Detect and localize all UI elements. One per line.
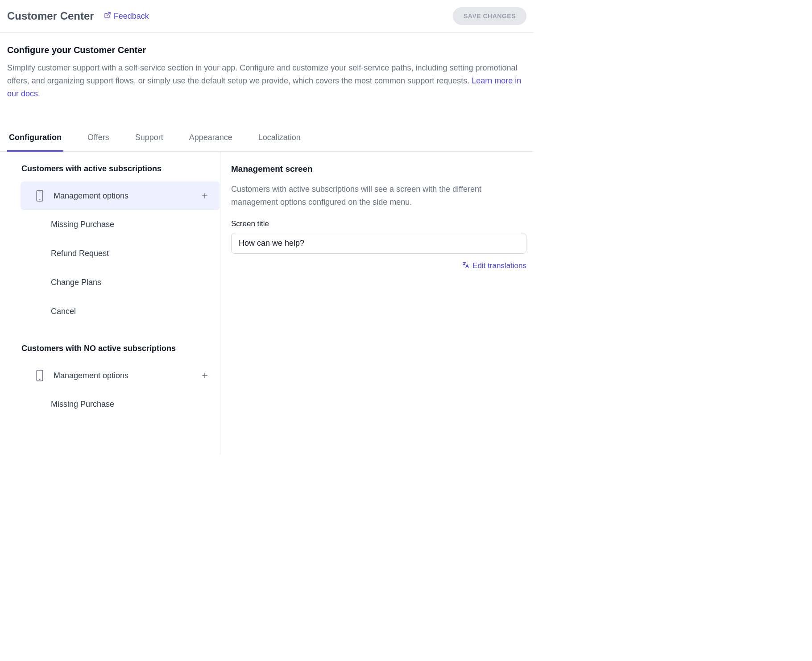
screen-title-input[interactable] (231, 233, 526, 254)
header-bar: Customer Center Feedback SAVE CHANGES (0, 0, 534, 33)
intro-section: Configure your Customer Center Simplify … (0, 33, 534, 111)
intro-text: Simplify customer support with a self-se… (7, 62, 526, 100)
tab-offers[interactable]: Offers (86, 127, 111, 152)
save-changes-button[interactable]: SAVE CHANGES (453, 7, 526, 25)
sidebar-group-active: Customers with active subscriptions Mana… (7, 164, 220, 326)
tab-support[interactable]: Support (133, 127, 165, 152)
svg-line-0 (107, 12, 110, 16)
tab-localization[interactable]: Localization (257, 127, 302, 152)
external-link-icon (104, 12, 111, 21)
intro-text-body: Simplify customer support with a self-se… (7, 63, 518, 85)
sidebar-subitem-change-plans[interactable]: Change Plans (7, 268, 220, 297)
sidebar-subitem-missing-purchase-2[interactable]: Missing Purchase (7, 390, 220, 419)
content-area: Customers with active subscriptions Mana… (0, 152, 534, 454)
sidebar-item-management-options-inactive[interactable]: Management options (21, 361, 220, 390)
sidebar-group-inactive: Customers with NO active subscriptions M… (7, 344, 220, 419)
sidebar-subitem-refund-request[interactable]: Refund Request (7, 239, 220, 268)
sidebar-item-management-options-active[interactable]: Management options (21, 182, 220, 210)
feedback-label: Feedback (114, 12, 149, 21)
edit-translations-link[interactable]: Edit translations (231, 261, 526, 271)
tab-appearance[interactable]: Appearance (187, 127, 234, 152)
sidebar-section-title: Customers with NO active subscriptions (7, 344, 220, 361)
sidebar: Customers with active subscriptions Mana… (7, 152, 220, 454)
intro-heading: Configure your Customer Center (7, 45, 526, 55)
sidebar-subitem-missing-purchase[interactable]: Missing Purchase (7, 210, 220, 239)
detail-heading: Management screen (231, 164, 526, 174)
sidebar-item-label: Management options (54, 371, 200, 380)
page-title: Customer Center (7, 10, 94, 22)
add-option-button[interactable] (200, 371, 209, 380)
edit-translations-label: Edit translations (472, 261, 526, 270)
header-left: Customer Center Feedback (7, 10, 149, 22)
phone-icon (34, 190, 46, 202)
detail-description: Customers with active subscriptions will… (231, 183, 526, 209)
tab-configuration[interactable]: Configuration (7, 127, 63, 152)
feedback-link[interactable]: Feedback (104, 12, 149, 21)
detail-panel: Management screen Customers with active … (220, 152, 526, 454)
sidebar-item-label: Management options (54, 191, 200, 201)
translate-icon (462, 261, 470, 271)
phone-icon (34, 369, 46, 382)
screen-title-label: Screen title (231, 219, 526, 228)
sidebar-subitem-cancel[interactable]: Cancel (7, 297, 220, 326)
tabs: Configuration Offers Support Appearance … (0, 127, 534, 152)
add-option-button[interactable] (200, 191, 209, 200)
sidebar-section-title: Customers with active subscriptions (7, 164, 220, 182)
